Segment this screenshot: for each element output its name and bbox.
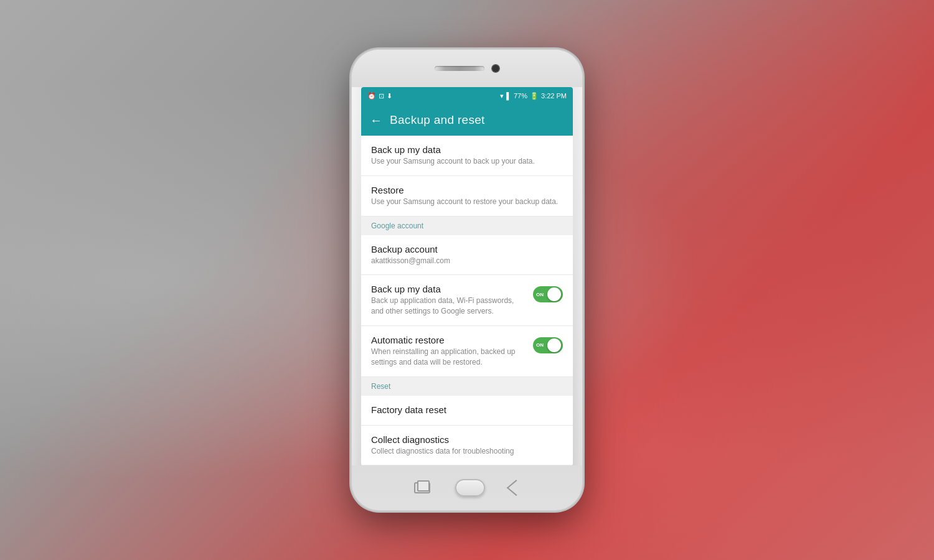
status-bar: ⏰ ⊡ ⬇ ▾ ▌ 77% 🔋 3:22 PM [361, 87, 573, 105]
title-bar: ← Backup and reset [361, 105, 573, 136]
speaker-grille [435, 66, 484, 71]
status-info-right: ▾ ▌ 77% 🔋 3:22 PM [500, 92, 567, 100]
time-display: 3:22 PM [541, 92, 567, 100]
list-item-collect-diagnostics[interactable]: Collect diagnostics Collect diagnostics … [361, 426, 573, 465]
item-title-collect-diagnostics: Collect diagnostics [371, 434, 563, 445]
back-button[interactable]: ← [370, 113, 382, 128]
item-title-backup-account: Backup account [371, 244, 563, 254]
download-icon: ⬇ [387, 92, 392, 100]
list-item-auto-restore[interactable]: Automatic restore When reinstalling an a… [361, 326, 573, 377]
alarm-icon: ⏰ [367, 92, 376, 100]
top-bezel [352, 50, 582, 87]
toggle-backup-data-label: ON [536, 292, 544, 297]
item-desc-backup-account: akattkisson@gmail.com [371, 256, 563, 266]
item-desc-restore-samsung: Use your Samsung account to restore your… [371, 197, 563, 207]
status-icons-left: ⏰ ⊡ ⬇ [367, 92, 392, 100]
front-camera [492, 65, 499, 72]
battery-icon: 🔋 [530, 92, 539, 100]
signal-icon: ▌ [506, 92, 511, 100]
toggle-backup-data-knob [547, 287, 561, 301]
screen: ⏰ ⊡ ⬇ ▾ ▌ 77% 🔋 3:22 PM ← Backup and res… [361, 87, 573, 465]
item-title-factory-reset: Factory data reset [371, 404, 563, 415]
toggle-auto-restore[interactable]: ON [533, 337, 563, 353]
section-header-reset: Reset [361, 377, 573, 396]
item-title-restore-samsung: Restore [371, 185, 563, 195]
bottom-bezel [352, 465, 582, 510]
back-nav-button[interactable] [507, 480, 526, 496]
item-desc-collect-diagnostics: Collect diagnostics data for troubleshoo… [371, 446, 563, 457]
section-header-google: Google account [361, 217, 573, 235]
page-title: Backup and reset [390, 113, 485, 127]
toggle-auto-restore-label: ON [536, 342, 544, 348]
phone-shell: ⏰ ⊡ ⬇ ▾ ▌ 77% 🔋 3:22 PM ← Backup and res… [352, 50, 582, 510]
screenshot-icon: ⊡ [379, 92, 384, 100]
list-item-backup-account[interactable]: Backup account akattkisson@gmail.com [361, 235, 573, 276]
item-desc-backup-data-google: Back up application data, Wi-Fi password… [371, 296, 528, 317]
battery-percent: 77% [514, 92, 527, 100]
recent-apps-button[interactable] [414, 482, 430, 493]
list-item-backup-data-google[interactable]: Back up my data Back up application data… [361, 275, 573, 326]
item-title-backup-samsung: Back up my data [371, 144, 563, 155]
item-title-auto-restore: Automatic restore [371, 335, 528, 345]
toggle-auto-restore-knob [547, 338, 561, 352]
item-desc-auto-restore: When reinstalling an application, backed… [371, 347, 528, 368]
settings-list: Back up my data Use your Samsung account… [361, 136, 573, 465]
wifi-icon: ▾ [500, 92, 504, 100]
item-desc-backup-samsung: Use your Samsung account to back up your… [371, 156, 563, 167]
list-item-restore-samsung[interactable]: Restore Use your Samsung account to rest… [361, 176, 573, 217]
item-title-backup-data-google: Back up my data [371, 284, 528, 294]
list-item-factory-reset[interactable]: Factory data reset [361, 396, 573, 426]
list-item-backup-samsung[interactable]: Back up my data Use your Samsung account… [361, 136, 573, 176]
toggle-backup-data[interactable]: ON [533, 286, 563, 302]
home-button[interactable] [455, 479, 485, 497]
